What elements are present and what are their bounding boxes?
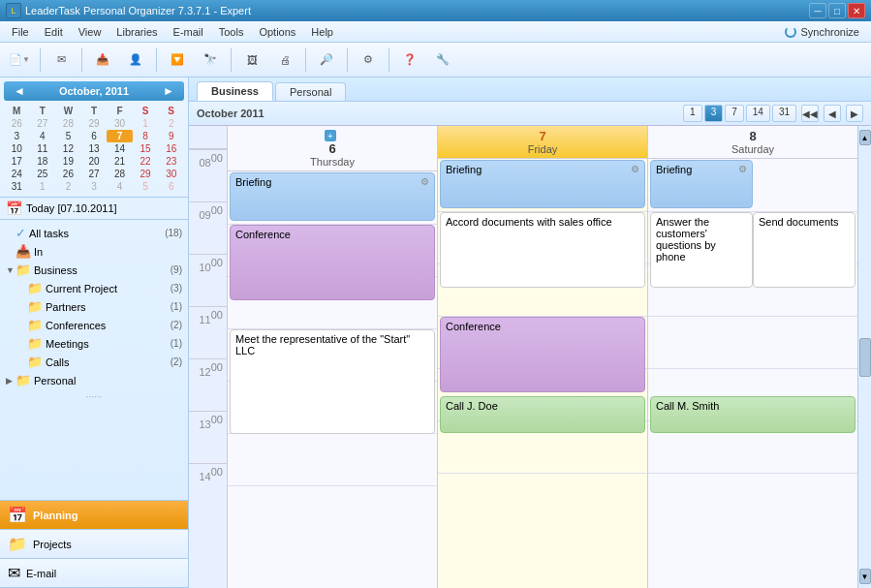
cal-day[interactable]: 4: [107, 180, 133, 193]
event-call-jdoe[interactable]: Call J. Doe: [440, 396, 645, 433]
hour-slot[interactable]: [228, 433, 437, 485]
menu-help[interactable]: Help: [303, 24, 341, 40]
cal-day[interactable]: 17: [4, 155, 30, 168]
cal-day[interactable]: 4: [30, 130, 56, 142]
event-briefing-7[interactable]: ⚙ Briefing: [440, 160, 645, 208]
cal-day[interactable]: 26: [55, 168, 81, 180]
tab-business[interactable]: Business: [197, 81, 273, 101]
tree-item-calls[interactable]: 📁 Calls (2): [0, 353, 188, 371]
cal-day[interactable]: 10: [4, 142, 30, 155]
cal-day[interactable]: 16: [158, 142, 184, 155]
toolbar-search[interactable]: 🔎: [311, 46, 342, 75]
cal-day[interactable]: 28: [107, 168, 133, 180]
menu-options[interactable]: Options: [251, 24, 303, 40]
toolbar-user[interactable]: 👤: [120, 46, 151, 75]
cal-nav-prev-prev[interactable]: ◀◀: [801, 105, 819, 122]
cal-day[interactable]: 25: [30, 168, 56, 180]
cal-day[interactable]: 23: [158, 155, 184, 168]
toolbar-binoculars[interactable]: 🔭: [195, 46, 226, 75]
tree-item-conferences[interactable]: 📁 Conferences (2): [0, 316, 188, 334]
toolbar-settings[interactable]: ⚙: [353, 46, 384, 75]
nav-planning[interactable]: 📅 Planning: [0, 501, 188, 530]
cal-day[interactable]: 19: [55, 155, 81, 168]
cal-day[interactable]: 2: [55, 180, 81, 193]
today-label[interactable]: 📅 Today [07.10.2011]: [0, 198, 188, 220]
cal-day[interactable]: 3: [81, 180, 108, 193]
cal-day[interactable]: 11: [30, 142, 56, 155]
cal-day[interactable]: 6: [158, 180, 184, 193]
tab-personal[interactable]: Personal: [275, 82, 346, 101]
event-accord-docs[interactable]: Accord documents with sales office: [440, 212, 645, 288]
event-briefing-6[interactable]: ⚙ Briefing: [230, 172, 435, 221]
tree-item-currentproject[interactable]: 📁 Current Project (3): [0, 279, 188, 297]
cal-day-today[interactable]: 7: [107, 130, 133, 142]
cal-nav-prev[interactable]: ◀: [824, 105, 841, 122]
cal-day[interactable]: 18: [30, 155, 56, 168]
menu-file[interactable]: File: [4, 24, 37, 40]
sync-button[interactable]: Synchronize: [777, 24, 867, 40]
cal-day[interactable]: 27: [81, 168, 108, 180]
cal-day[interactable]: 6: [81, 130, 108, 142]
cal-day[interactable]: 14: [107, 142, 133, 155]
scroll-up-btn[interactable]: ▲: [859, 130, 871, 145]
menu-tools[interactable]: Tools: [211, 24, 252, 40]
mini-cal-next[interactable]: ►: [159, 84, 178, 98]
toolbar-new[interactable]: 📄 ▼: [4, 46, 35, 75]
view-btn-31day[interactable]: 31: [772, 105, 796, 122]
cal-day[interactable]: 1: [30, 180, 56, 193]
cal-day[interactable]: 29: [133, 168, 159, 180]
tree-item-alltasks[interactable]: ✓ All tasks (18): [0, 224, 188, 242]
add-event-btn-6[interactable]: +: [325, 130, 336, 141]
cal-day[interactable]: 28: [55, 117, 81, 130]
toolbar-filter[interactable]: 🔽: [162, 46, 193, 75]
cal-day[interactable]: 20: [81, 155, 108, 168]
event-meet-rep[interactable]: Meet the representative of the "Start" L…: [230, 329, 435, 434]
scroll-down-btn[interactable]: ▼: [859, 569, 871, 584]
nav-projects[interactable]: 📁 Projects: [0, 530, 188, 559]
cal-day[interactable]: 30: [158, 168, 184, 180]
mini-cal-prev[interactable]: ◄: [10, 84, 29, 98]
cal-day[interactable]: 30: [107, 117, 133, 130]
view-btn-3day[interactable]: 3: [704, 105, 724, 122]
toolbar-import[interactable]: 📥: [87, 46, 118, 75]
cal-day[interactable]: 26: [4, 117, 30, 130]
hour-slot[interactable]: [648, 316, 857, 368]
cal-day[interactable]: 13: [81, 142, 108, 155]
event-call-msmith[interactable]: Call M. Smith: [650, 396, 855, 433]
toolbar-help[interactable]: ❓: [394, 46, 425, 75]
cal-day[interactable]: 27: [30, 117, 56, 130]
event-send-docs[interactable]: Send documents: [753, 212, 855, 288]
maximize-button[interactable]: □: [828, 3, 846, 18]
cal-day[interactable]: 5: [55, 130, 81, 142]
cal-day[interactable]: 21: [107, 155, 133, 168]
hour-slot[interactable]: [648, 473, 857, 525]
menu-email[interactable]: E-mail: [166, 24, 211, 40]
tree-item-in[interactable]: 📥 In: [0, 242, 188, 261]
view-btn-7day[interactable]: 7: [725, 105, 744, 122]
menu-edit[interactable]: Edit: [37, 24, 71, 40]
cal-day[interactable]: 29: [81, 117, 108, 130]
days-scroll[interactable]: + 6 Thursday: [228, 126, 857, 588]
event-briefing-8[interactable]: ⚙ Briefing: [650, 160, 753, 208]
cal-day[interactable]: 9: [158, 130, 184, 142]
cal-day[interactable]: 31: [4, 180, 30, 193]
menu-view[interactable]: View: [71, 24, 109, 40]
cal-day[interactable]: 3: [4, 130, 30, 142]
cal-day[interactable]: 5: [133, 180, 159, 193]
view-btn-14day[interactable]: 14: [746, 105, 770, 122]
event-answer-customers[interactable]: Answer the customers' questions by phone: [650, 212, 753, 288]
toolbar-tools[interactable]: 🔧: [427, 46, 458, 75]
cal-day[interactable]: 22: [133, 155, 159, 168]
cal-day[interactable]: 12: [55, 142, 81, 155]
cal-day[interactable]: 2: [158, 117, 184, 130]
scroll-thumb[interactable]: [859, 338, 871, 377]
cal-nav-next[interactable]: ▶: [846, 105, 863, 122]
hour-slot[interactable]: [438, 473, 647, 525]
cal-day[interactable]: 24: [4, 168, 30, 180]
toolbar-image[interactable]: 🖼: [236, 46, 267, 75]
cal-day[interactable]: 1: [133, 117, 159, 130]
calendar-scrollbar[interactable]: ▲ ▼: [857, 126, 871, 588]
tree-item-business[interactable]: ▼ 📁 Business (9): [0, 261, 188, 279]
hour-slot[interactable]: [228, 485, 437, 538]
nav-email[interactable]: ✉ E-mail: [0, 559, 188, 588]
